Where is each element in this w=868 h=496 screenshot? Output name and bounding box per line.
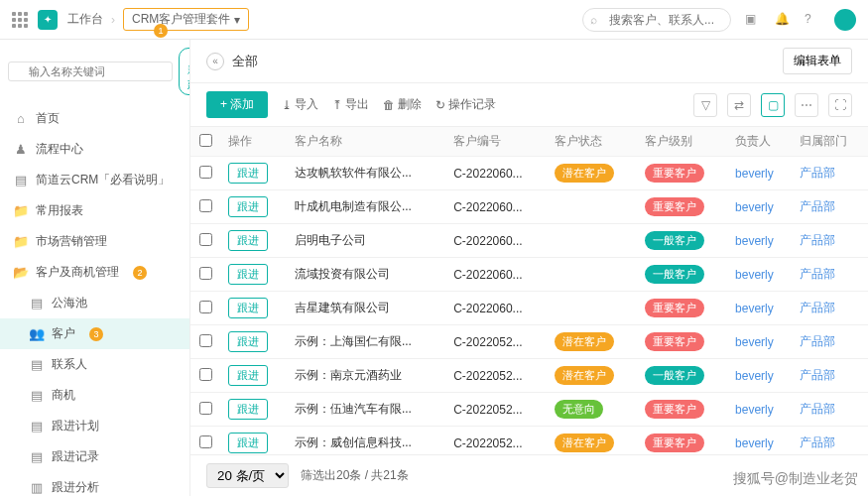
row-checkbox[interactable] [199,334,212,347]
settings-icon[interactable]: ⇄ [727,93,751,117]
delete-button[interactable]: 🗑 删除 [383,96,422,113]
breadcrumb-app[interactable]: CRM客户管理套件 ▾ [123,8,249,31]
row-checkbox[interactable] [199,301,212,313]
dept-link[interactable]: 产品部 [800,233,835,247]
row-checkbox[interactable] [199,368,212,381]
column-header[interactable]: 操作 [220,127,287,157]
owner-link[interactable]: beverly [735,335,774,349]
breadcrumb-workspace[interactable]: 工作台 [67,11,103,28]
dept-link[interactable]: 产品部 [800,402,835,416]
dept-link[interactable]: 产品部 [800,435,835,449]
view-icon[interactable]: ▢ [761,93,785,117]
column-header[interactable]: 客户名称 [287,127,445,157]
dept-link[interactable]: 产品部 [800,368,835,382]
apps-icon[interactable] [12,12,28,28]
search-icon: ⌕ [590,13,597,27]
sidebar-item[interactable]: ▤跟进计划 [0,411,189,441]
row-checkbox[interactable] [199,233,212,246]
export-button[interactable]: ⤒ 导出 [332,96,369,113]
op-record-button[interactable]: ↻ 操作记录 [435,96,496,113]
dept-link[interactable]: 产品部 [800,334,835,348]
edit-form-button[interactable]: 编辑表单 [783,48,852,74]
tab-all[interactable]: 全部 [232,53,258,70]
sidebar-item[interactable]: ▤联系人 [0,349,189,380]
owner-link[interactable]: beverly [735,369,774,383]
dept-link[interactable]: 产品部 [800,166,835,180]
sidebar-item[interactable]: 📂客户及商机管理2 [0,257,189,288]
follow-button[interactable]: 跟进 [228,399,268,420]
cell-name: 示例：上海国仁有限... [287,325,445,359]
follow-button[interactable]: 跟进 [228,433,268,453]
sidebar-item[interactable]: 📁市场营销管理 [0,226,189,257]
follow-button[interactable]: 跟进 [228,264,268,285]
import-button[interactable]: ⤓ 导入 [282,96,318,113]
owner-link[interactable]: beverly [735,167,774,181]
filter-icon[interactable]: ▽ [693,93,717,117]
fullscreen-icon[interactable]: ⛶ [828,93,852,117]
table-row[interactable]: 跟进 示例：威创信息科技... C-2022052... 潜在客户 重要客户 b… [190,427,868,455]
cell-name: 启明电子公司 [287,224,445,258]
follow-button[interactable]: 跟进 [228,298,268,318]
doc-icon: ▤ [30,450,44,464]
search-input[interactable] [582,8,731,32]
more-icon[interactable]: ⋯ [795,93,818,117]
follow-button[interactable]: 跟进 [228,196,268,217]
column-header[interactable]: 客户编号 [445,127,547,157]
sidebar-search-input[interactable] [8,62,173,81]
follow-button[interactable]: 跟进 [228,365,268,386]
follow-button[interactable]: 跟进 [228,230,268,251]
table-row[interactable]: 跟进 达攻帆软软件有限公... C-2022060... 潜在客户 重要客户 b… [190,157,868,190]
sidebar-item[interactable]: ▤跟进记录 [0,441,189,472]
sidebar-item[interactable]: ⌂首页 [0,103,189,134]
owner-link[interactable]: beverly [735,403,774,417]
row-checkbox[interactable] [199,435,212,448]
dept-link[interactable]: 产品部 [800,301,835,314]
owner-link[interactable]: beverly [735,234,774,248]
notification-icon[interactable]: ▣ [745,12,761,28]
add-button[interactable]: + 添加 [206,91,268,118]
table-row[interactable]: 跟进 叶成机电制造有限公... C-2022060... 重要客户 beverl… [190,190,868,224]
cell-name: 流域投资有限公司 [287,258,445,292]
sidebar-item[interactable]: ▥跟进分析 [0,472,189,496]
page-size-select[interactable]: 20 条/页 [206,463,289,488]
sidebar-item[interactable]: ▤商机 [0,380,189,411]
table-row[interactable]: 跟进 示例：上海国仁有限... C-2022052... 潜在客户 重要客户 b… [190,325,868,359]
table-row[interactable]: 跟进 吉星建筑有限公司 C-2022060... 重要客户 beverly 产品… [190,292,868,325]
owner-link[interactable]: beverly [735,268,774,282]
row-checkbox[interactable] [199,267,212,280]
owner-link[interactable]: beverly [735,436,774,450]
sidebar-item[interactable]: 📁常用报表 [0,195,189,226]
cell-code: C-2022052... [445,325,547,359]
help-icon[interactable]: ? [805,12,820,28]
owner-link[interactable]: beverly [735,200,774,214]
table-row[interactable]: 跟进 示例：伍迪汽车有限... C-2022052... 无意向 重要客户 be… [190,393,868,427]
owner-link[interactable]: beverly [735,302,774,315]
sidebar-item[interactable]: ♟流程中心 [0,134,189,165]
column-header[interactable]: 客户状态 [547,127,637,157]
table-row[interactable]: 跟进 流域投资有限公司 C-2022060... 一般客户 beverly 产品… [190,258,868,292]
column-header[interactable]: 负责人 [727,127,792,157]
row-checkbox[interactable] [199,199,212,212]
new-button[interactable]: + 新建 [179,48,190,95]
select-all-checkbox[interactable] [199,134,212,147]
collapse-sidebar-icon[interactable]: « [206,53,224,70]
bell-icon[interactable]: 🔔 [775,12,791,28]
sidebar-item[interactable]: ▤简道云CRM「必看说明」 [0,165,189,195]
sidebar-item[interactable]: 👥客户3 [0,318,189,349]
dept-link[interactable]: 产品部 [800,199,835,213]
dept-link[interactable]: 产品部 [800,267,835,281]
sidebar-item[interactable]: ▤公海池 [0,288,189,318]
column-header[interactable]: 归属部门 [792,127,868,157]
row-checkbox[interactable] [199,166,212,179]
table-row[interactable]: 跟进 示例：南京元酒药业 C-2022052... 潜在客户 一般客户 beve… [190,359,868,393]
table-row[interactable]: 跟进 启明电子公司 C-2022060... 一般客户 beverly 产品部 [190,224,868,258]
row-checkbox[interactable] [199,402,212,415]
global-search[interactable]: ⌕ [582,8,731,32]
sidebar-item-label: 商机 [52,387,75,404]
logo-icon[interactable]: ✦ [38,10,58,30]
follow-button[interactable]: 跟进 [228,331,268,352]
column-header[interactable]: 客户级别 [637,127,727,157]
level-tag: 重要客户 [645,434,704,452]
avatar[interactable] [834,9,856,31]
follow-button[interactable]: 跟进 [228,163,268,184]
